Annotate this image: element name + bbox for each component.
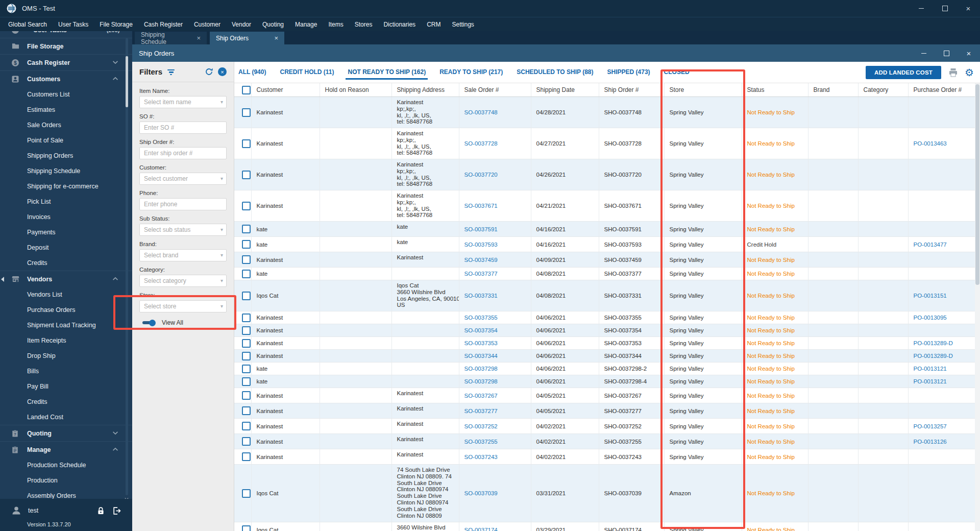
sidebar-item-point-of-sale[interactable]: Point of Sale — [0, 133, 132, 148]
filter-item-name-input[interactable]: Select item name▾ — [139, 96, 227, 108]
row-checkbox[interactable] — [242, 489, 251, 498]
table-row[interactable]: KarinatestKarinatestSO-003745904/09/2021… — [234, 252, 975, 268]
sidebar-item-purchase-orders[interactable]: Purchase Orders — [0, 302, 132, 318]
table-row[interactable]: KarinatestKarinatestkp;,kp;,kl, ,l;, ,lk… — [234, 128, 975, 159]
row-checkbox[interactable] — [242, 452, 251, 461]
sale-order-link[interactable]: SO-0037039 — [464, 490, 498, 496]
sale-order-link[interactable]: SO-0037277 — [464, 408, 498, 414]
row-checkbox[interactable] — [242, 525, 251, 531]
menu-item-manage[interactable]: Manage — [289, 17, 323, 32]
sale-order-link[interactable]: SO-0037298 — [464, 378, 498, 384]
filter-store-input[interactable]: Select store▾ — [139, 300, 227, 312]
row-checkbox[interactable] — [242, 255, 251, 264]
purchase-order-link[interactable]: PO-0013257 — [914, 423, 947, 429]
filter-brand-input[interactable]: Select brand▾ — [139, 249, 227, 261]
sidebar-scrollbar[interactable] — [126, 38, 128, 495]
tab-all-940[interactable]: ALL (940) — [238, 62, 266, 83]
tab-scheduled-to-ship-88[interactable]: SCHEDULED TO SHIP (88) — [517, 62, 593, 83]
sidebar-item-manage[interactable]: Manage — [0, 441, 132, 457]
mdi-tab-shipping-schedule[interactable]: Shipping Schedule × — [135, 32, 207, 44]
sale-order-link[interactable]: SO-0037459 — [464, 257, 498, 263]
tab-ready-to-ship-217[interactable]: READY TO SHIP (217) — [439, 62, 503, 83]
sale-order-link[interactable]: SO-0037267 — [464, 393, 498, 399]
menu-item-file-storage[interactable]: File Storage — [94, 17, 138, 32]
tab-credit-hold-11[interactable]: CREDIT HOLD (11) — [280, 62, 334, 83]
filter-category-input[interactable]: Select category▾ — [139, 275, 227, 287]
table-row[interactable]: kateSO-003737704/08/2021SHO-0037377Sprin… — [234, 268, 975, 280]
sidebar-item-user-tasks[interactable]: User Tasks (203) — [0, 31, 132, 38]
sale-order-link[interactable]: SO-0037591 — [464, 226, 498, 232]
table-row[interactable]: kateSO-003729804/06/2021SHO-0037298-4Spr… — [234, 375, 975, 388]
sidebar-item-production[interactable]: Production — [0, 473, 132, 488]
sale-order-link[interactable]: SO-0037354 — [464, 327, 498, 333]
sidebar-item-customers[interactable]: Customers — [0, 70, 132, 87]
row-checkbox[interactable] — [242, 365, 251, 373]
menu-item-dictionaries[interactable]: Dictionaries — [378, 17, 421, 32]
purchase-order-link[interactable]: PO-0013289-D — [914, 340, 953, 346]
table-row[interactable]: KarinatestSO-003734404/06/2021SHO-003734… — [234, 350, 975, 363]
purchase-order-link[interactable]: PO-0013463 — [914, 140, 947, 147]
sale-order-link[interactable]: SO-0037593 — [464, 242, 498, 248]
window-maximize-button[interactable] — [933, 0, 957, 17]
row-checkbox[interactable] — [242, 339, 251, 348]
table-row[interactable]: katekateSO-003759104/16/2021SHO-0037591S… — [234, 222, 975, 237]
row-checkbox[interactable] — [242, 422, 251, 430]
row-checkbox[interactable] — [242, 377, 251, 386]
table-row[interactable]: katekateSO-003759304/16/2021SHO-0037593S… — [234, 237, 975, 252]
mdi-close-button[interactable]: × — [958, 44, 980, 62]
table-scrollbar[interactable] — [975, 83, 980, 531]
tab-closed[interactable]: CLOSED — [664, 62, 690, 83]
clear-filters-icon[interactable]: × — [218, 67, 227, 76]
select-all-checkbox[interactable] — [242, 86, 251, 94]
sidebar-item-customers-list[interactable]: Customers List — [0, 87, 132, 102]
sale-order-link[interactable]: SO-0037748 — [464, 109, 498, 115]
window-close-button[interactable]: × — [957, 0, 980, 17]
refresh-icon[interactable] — [205, 67, 213, 76]
purchase-order-link[interactable]: PO-0013477 — [914, 242, 947, 248]
menu-item-vendor[interactable]: Vendor — [226, 17, 257, 32]
menu-item-customer[interactable]: Customer — [188, 17, 226, 32]
mdi-minimize-button[interactable] — [913, 44, 935, 62]
purchase-order-link[interactable]: PO-0013121 — [914, 378, 947, 384]
print-icon[interactable] — [948, 68, 958, 77]
row-checkbox[interactable] — [242, 108, 251, 117]
filter-so-input[interactable]: Enter SO # — [139, 122, 227, 134]
sidebar-item-invoices[interactable]: Invoices — [0, 209, 132, 225]
table-row[interactable]: Iqos Cat3660 Wilshire BlvdSO-003717403/2… — [234, 522, 975, 531]
sale-order-link[interactable]: SO-0037377 — [464, 271, 498, 277]
table-row[interactable]: kateSO-003729804/06/2021SHO-0037298-2Spr… — [234, 363, 975, 375]
sale-order-link[interactable]: SO-0037355 — [464, 315, 498, 321]
table-row[interactable]: KarinatestKarinatestSO-003726704/05/2021… — [234, 388, 975, 403]
gear-icon[interactable]: ⚙ — [965, 67, 974, 78]
table-row[interactable]: Iqos CatIqos Cat3660 Wilshire BlvdLos An… — [234, 280, 975, 311]
sidebar-item-pay-bill[interactable]: Pay Bill — [0, 379, 132, 394]
menu-item-cash-register[interactable]: Cash Register — [138, 17, 188, 32]
close-tab-icon[interactable]: × — [274, 34, 278, 42]
mdi-tab-ship-orders[interactable]: Ship Orders × — [210, 32, 284, 44]
sidebar-item-credits[interactable]: Credits — [0, 394, 132, 409]
row-checkbox[interactable] — [242, 313, 251, 322]
table-row[interactable]: KarinatestSO-003735504/06/2021SHO-003735… — [234, 311, 975, 324]
sale-order-link[interactable]: SO-0037671 — [464, 203, 498, 209]
sidebar-item-deposit[interactable]: Deposit — [0, 240, 132, 255]
sidebar-item-estimates[interactable]: Estimates — [0, 102, 132, 117]
row-checkbox[interactable] — [242, 240, 251, 249]
row-checkbox[interactable] — [242, 406, 251, 415]
sale-order-link[interactable]: SO-0037252 — [464, 423, 498, 429]
sidebar-item-shipment-load-tracking[interactable]: Shipment Load Tracking — [0, 318, 132, 333]
sidebar-item-cash-register[interactable]: $Cash Register — [0, 54, 132, 70]
sale-order-link[interactable]: SO-0037174 — [464, 527, 498, 531]
filter-sub-status-input[interactable]: Select sub status▾ — [139, 224, 227, 236]
purchase-order-link[interactable]: PO-0013095 — [914, 315, 947, 321]
window-minimize-button[interactable] — [910, 0, 933, 17]
row-checkbox[interactable] — [242, 437, 251, 446]
menu-item-quoting[interactable]: Quoting — [257, 17, 289, 32]
filter-phone-input[interactable]: Enter phone — [139, 198, 227, 210]
sidebar-item-shipping-orders[interactable]: Shipping Orders — [0, 148, 132, 163]
tab-shipped-473[interactable]: SHIPPED (473) — [607, 62, 650, 83]
table-row[interactable]: KarinatestKarinatestSO-003724304/02/2021… — [234, 449, 975, 465]
sidebar-item-pick-list[interactable]: Pick List — [0, 194, 132, 209]
row-checkbox[interactable] — [242, 202, 251, 210]
table-row[interactable]: KarinatestSO-003735404/06/2021SHO-003735… — [234, 324, 975, 337]
tab-not-ready-to-ship-162[interactable]: NOT READY TO SHIP (162) — [348, 62, 426, 83]
